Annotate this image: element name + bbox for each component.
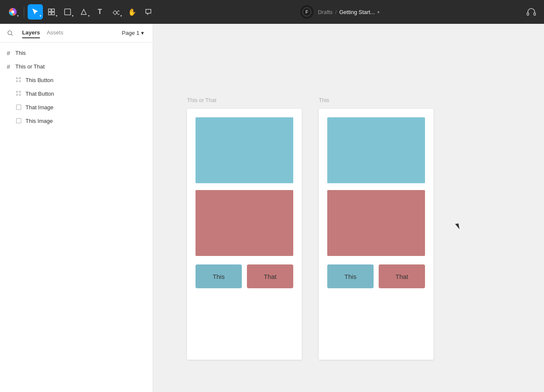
dotted-icon-this-button <box>15 77 22 83</box>
svg-rect-1 <box>48 9 51 11</box>
select-tool-button[interactable]: ▾ <box>28 4 43 20</box>
svg-rect-11 <box>527 13 529 15</box>
svg-point-13 <box>8 31 12 34</box>
separator-1 <box>24 7 24 17</box>
pen-tool-button[interactable]: ▾ <box>76 4 91 20</box>
breadcrumb-drafts[interactable]: Drafts <box>318 9 333 15</box>
frame-tool-button[interactable]: ▾ <box>44 4 59 20</box>
toolbar: ▾ ▾ ▾ ▾ ▾ <box>0 0 544 24</box>
frame1-blue-image <box>196 117 293 183</box>
toolbar-right <box>524 4 539 20</box>
text-tool-button[interactable]: T <box>92 4 108 20</box>
dotted-icon-that-button <box>15 90 22 97</box>
layer-label-that-button: That Button <box>26 91 54 97</box>
layer-item-that-image[interactable]: That Image <box>0 100 153 114</box>
frame2-this-button[interactable]: This <box>327 264 374 288</box>
frame1-that-button[interactable]: That <box>247 264 293 288</box>
frame-label-2: This <box>319 97 329 103</box>
frame2-buttons: This That <box>327 264 425 288</box>
page-label: Page 1 <box>122 30 139 36</box>
layer-item-that-button[interactable]: That Button <box>0 87 153 100</box>
hash-icon-2: # <box>5 63 12 70</box>
rect-icon-this-image <box>15 117 22 124</box>
main-layout: Layers Assets Page 1 ▾ # This # This or … <box>0 24 544 392</box>
toolbar-left-tools: ▾ ▾ ▾ ▾ ▾ <box>5 4 156 20</box>
layer-list: # This # This or That This Button <box>0 43 153 131</box>
hash-icon: # <box>5 49 12 56</box>
svg-rect-5 <box>65 9 71 15</box>
frame-label-1: This or That <box>187 97 216 103</box>
breadcrumb-chevron-icon[interactable]: ▾ <box>377 10 380 14</box>
layer-label-this: This <box>15 50 26 56</box>
tab-assets[interactable]: Assets <box>47 28 63 38</box>
frame1-buttons: This That <box>196 264 293 288</box>
hand-tool-button[interactable]: ✋ <box>125 4 140 20</box>
layer-label-that-image: That Image <box>26 104 54 111</box>
frame2-red-image <box>327 190 425 256</box>
frame-inner-1: This That <box>196 117 293 288</box>
canvas-frame-this-or-that[interactable]: This or That This That <box>187 109 302 360</box>
frame2-blue-image <box>327 117 425 183</box>
tab-layers[interactable]: Layers <box>22 28 40 38</box>
components-tool-button[interactable]: ▾ <box>108 4 124 20</box>
breadcrumb-separator: / <box>335 9 337 15</box>
sidebar: Layers Assets Page 1 ▾ # This # This or … <box>0 24 153 392</box>
toolbar-center: F Drafts / Getting Start... ▾ <box>158 5 522 19</box>
layer-item-this-button[interactable]: This Button <box>0 73 153 87</box>
svg-rect-4 <box>52 12 54 15</box>
headphone-button[interactable] <box>524 4 539 20</box>
frame-inner-2: This That <box>327 117 425 288</box>
menu-button[interactable]: ▾ <box>5 4 20 20</box>
canvas[interactable]: This or That This That This Th <box>153 24 544 392</box>
canvas-frame-this[interactable]: This This That <box>319 109 434 360</box>
layer-label-this-or-that: This or That <box>15 63 45 70</box>
shape-tool-button[interactable]: ▾ <box>60 4 75 20</box>
comment-tool-button[interactable] <box>141 4 156 20</box>
frame-container: This or That This That This Th <box>187 109 434 360</box>
svg-text:F: F <box>306 9 309 14</box>
rect-icon-that-image <box>15 104 22 111</box>
breadcrumb: Drafts / Getting Start... ▾ <box>318 9 380 15</box>
svg-point-0 <box>11 11 14 14</box>
frame1-red-image <box>196 190 293 256</box>
svg-rect-12 <box>534 13 536 15</box>
page-selector[interactable]: Page 1 ▾ <box>119 28 147 38</box>
frame2-that-button[interactable]: That <box>379 264 425 288</box>
layer-item-this[interactable]: # This <box>0 46 153 60</box>
breadcrumb-project[interactable]: Getting Start... <box>339 9 375 15</box>
cursor-icon <box>455 223 459 230</box>
page-chevron-icon: ▾ <box>141 30 144 36</box>
figma-logo: F <box>300 5 314 19</box>
layer-item-this-image[interactable]: This Image <box>0 114 153 128</box>
search-icon[interactable] <box>5 28 15 38</box>
svg-rect-3 <box>48 12 51 15</box>
sidebar-header: Layers Assets Page 1 ▾ <box>0 24 153 43</box>
layer-item-this-or-that[interactable]: # This or That <box>0 60 153 73</box>
svg-rect-2 <box>52 9 54 11</box>
frame1-this-button[interactable]: This <box>196 264 242 288</box>
layer-label-this-button: This Button <box>26 77 54 83</box>
layer-label-this-image: This Image <box>26 118 53 124</box>
